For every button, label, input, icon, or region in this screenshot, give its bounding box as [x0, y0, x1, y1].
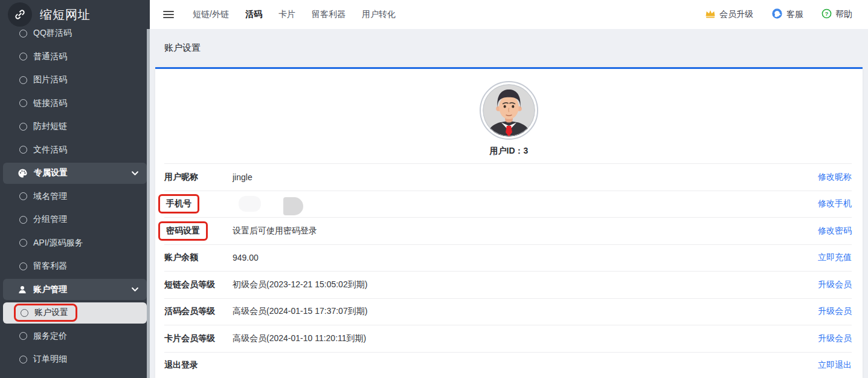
sidebar-item-account-settings[interactable]: 账户设置 — [0, 301, 150, 325]
edit-nickname-link[interactable]: 修改昵称 — [818, 172, 852, 183]
annotation-box: 手机号 — [158, 194, 199, 213]
sidebar-item-anti-block-short-link[interactable]: 防封短链 — [0, 115, 150, 138]
member-upgrade-button[interactable]: 会员升级 — [705, 8, 753, 21]
chevron-down-icon — [132, 171, 138, 175]
palette-icon — [18, 168, 28, 178]
sidebar-item-normal-live-code[interactable]: 普通活码 — [0, 45, 150, 69]
row-label: 短链会员等级 — [164, 279, 233, 290]
edit-phone-link[interactable]: 修改手机 — [818, 198, 852, 209]
tab-live-code[interactable]: 活码 — [245, 9, 262, 20]
row-value: jingle — [233, 172, 818, 182]
recharge-link[interactable]: 立即充值 — [818, 252, 852, 263]
sidebar-item-domain-management[interactable]: 域名管理 — [0, 185, 150, 209]
row-nickname: 用户昵称 jingle 修改昵称 — [164, 164, 852, 191]
row-value: 初级会员(2023-12-21 15:05:02到期) — [233, 279, 818, 290]
sidebar-item-label: 图片活码 — [33, 74, 67, 85]
sidebar-item-service-pricing[interactable]: 服务定价 — [0, 325, 150, 348]
row-logout: 退出登录 立即退出 — [164, 353, 852, 378]
redacted-phone-value — [233, 195, 818, 213]
upgrade-card-member-link[interactable]: 升级会员 — [818, 333, 852, 344]
sidebar-group-account-management[interactable]: 账户管理 — [0, 278, 150, 302]
sidebar-group-label: 账户管理 — [33, 284, 67, 295]
row-label: 用户昵称 — [164, 172, 233, 183]
sidebar-item-image-live-code[interactable]: 图片活码 — [0, 68, 150, 92]
sidebar-group-exclusive-settings[interactable]: 专属设置 — [0, 161, 150, 185]
page-header: 账户设置 — [150, 29, 868, 67]
headset-icon — [771, 8, 783, 21]
page-title: 账户设置 — [164, 42, 201, 54]
customer-service-button[interactable]: 客服 — [771, 8, 803, 21]
sidebar-item-order-details[interactable]: 订单明细 — [0, 348, 150, 371]
sidebar-item-label: QQ群活码 — [33, 28, 72, 39]
sidebar-item-group-management[interactable]: 分组管理 — [0, 208, 150, 232]
sidebar-item-label: 留客利器 — [33, 261, 67, 272]
sidebar-item-label: 普通活码 — [33, 51, 67, 62]
redacted-block — [239, 196, 261, 212]
row-value: 设置后可使用密码登录 — [233, 226, 818, 236]
svg-text:?: ? — [825, 11, 829, 17]
sidebar-item-label: 链接活码 — [33, 98, 67, 109]
circle-icon — [19, 30, 27, 37]
circle-icon — [19, 76, 27, 84]
member-upgrade-label: 会员升级 — [719, 9, 753, 20]
row-value: 高级会员(2024-01-15 17:37:07到期) — [233, 306, 818, 317]
sidebar-item-label: 服务定价 — [33, 331, 67, 342]
row-shortlink-member-level: 短链会员等级 初级会员(2023-12-21 15:05:02到期) 升级会员 — [164, 272, 852, 299]
circle-icon — [19, 332, 27, 340]
row-label: 活码会员等级 — [164, 306, 233, 317]
settings-table: 用户昵称 jingle 修改昵称 手机号 修改手机 — [164, 163, 852, 378]
logout-link[interactable]: 立即退出 — [818, 360, 852, 371]
circle-icon — [19, 123, 27, 131]
upgrade-shortlink-member-link[interactable]: 升级会员 — [818, 279, 852, 290]
customer-service-label: 客服 — [786, 9, 803, 20]
user-id: 用户ID：3 — [155, 146, 863, 157]
annotation-box: 账户设置 — [14, 304, 77, 322]
circle-icon — [21, 309, 28, 317]
avatar[interactable] — [480, 81, 538, 140]
sidebar-group-label: 专属设置 — [34, 168, 68, 178]
sidebar-logo: 缩短网址 — [0, 0, 150, 29]
redacted-block — [283, 197, 303, 215]
sidebar: QQ群活码 普通活码 图片活码 链接活码 防封短链 文件活码 — [0, 0, 150, 378]
edit-password-link[interactable]: 修改密码 — [818, 226, 852, 236]
circle-icon — [19, 262, 27, 270]
row-label: 密码设置 — [164, 221, 233, 241]
tab-short-link[interactable]: 短链/外链 — [193, 9, 229, 20]
circle-icon — [19, 99, 27, 107]
row-card-member-level: 卡片会员等级 高级会员(2024-01-10 11:20:11到期) 升级会员 — [164, 325, 852, 353]
app-title: 缩短网址 — [40, 7, 91, 23]
row-password: 密码设置 设置后可使用密码登录 修改密码 — [164, 218, 852, 245]
row-value: 高级会员(2024-01-10 11:20:11到期) — [233, 333, 818, 344]
row-value: 949.00 — [233, 253, 818, 262]
sidebar-item-label: 分组管理 — [33, 214, 67, 225]
circle-icon — [19, 192, 27, 200]
user-icon — [18, 285, 27, 295]
sidebar-item-label: 账户设置 — [34, 307, 68, 318]
hamburger-menu-icon[interactable] — [163, 9, 174, 20]
row-label-text: 密码设置 — [166, 226, 200, 235]
sidebar-item-link-live-code[interactable]: 链接活码 — [0, 92, 150, 116]
sidebar-scrollbar[interactable] — [147, 29, 150, 378]
tab-card[interactable]: 卡片 — [278, 9, 295, 20]
crown-icon — [705, 8, 716, 21]
row-label: 退出登录 — [164, 360, 233, 371]
topbar: 短链/外链 活码 卡片 留客利器 用户转化 会员升级 客服 ? — [150, 0, 868, 29]
row-phone: 手机号 修改手机 — [164, 191, 852, 218]
row-label: 手机号 — [164, 194, 233, 213]
circle-icon — [19, 146, 27, 154]
sidebar-item-api-source-service[interactable]: API/源码服务 — [0, 232, 150, 255]
tab-user-conversion[interactable]: 用户转化 — [362, 9, 396, 20]
sidebar-item-label: API/源码服务 — [33, 238, 83, 249]
sidebar-item-customer-retention[interactable]: 留客利器 — [0, 255, 150, 278]
row-livecode-member-level: 活码会员等级 高级会员(2024-01-15 17:37:07到期) 升级会员 — [164, 299, 852, 326]
help-button[interactable]: ? 帮助 — [821, 8, 852, 21]
circle-icon — [19, 216, 27, 224]
sidebar-menu: QQ群活码 普通活码 图片活码 链接活码 防封短链 文件活码 — [0, 22, 150, 371]
sidebar-item-file-live-code[interactable]: 文件活码 — [0, 138, 150, 162]
upgrade-livecode-member-link[interactable]: 升级会员 — [818, 306, 852, 317]
question-icon: ? — [821, 8, 832, 21]
app-window: QQ群活码 普通活码 图片活码 链接活码 防封短链 文件活码 — [0, 0, 868, 378]
topbar-right: 会员升级 客服 ? 帮助 — [705, 8, 852, 21]
sidebar-item-label: 订单明细 — [33, 354, 67, 365]
tab-retention-tool[interactable]: 留客利器 — [312, 9, 346, 20]
